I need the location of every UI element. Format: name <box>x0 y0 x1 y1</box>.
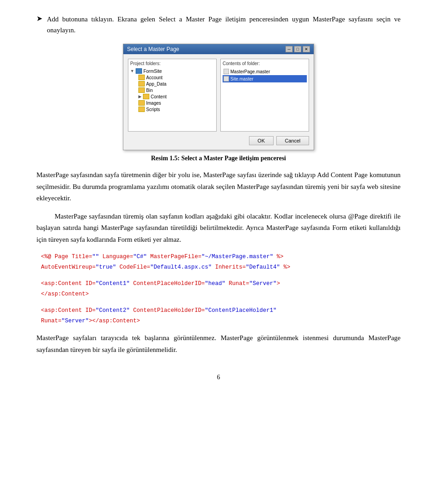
dialog-body: Project folders: ▼ FormSite Account <box>123 54 314 150</box>
code-line: <%@ Page Title="" Language="C#" MasterPa… <box>41 252 401 262</box>
file-item-selected[interactable]: Site.master <box>223 75 307 82</box>
tree-root-item: ▼ FormSite <box>130 68 214 74</box>
tree-item: Images <box>138 100 214 106</box>
folder-label: Scripts <box>146 107 160 112</box>
close-button[interactable]: ✕ <box>303 46 310 52</box>
folder-icon <box>138 75 145 80</box>
maximize-button[interactable]: □ <box>294 46 301 52</box>
dialog-button-group: OK Cancel <box>128 136 309 145</box>
expand-icon: ▼ <box>130 69 134 73</box>
tree-children: Account App_Data Bin ▶ <box>138 74 214 112</box>
minimize-button[interactable]: ─ <box>285 46 293 52</box>
tree-item: Bin <box>138 87 214 93</box>
contents-label: Contents of folder: <box>223 61 307 66</box>
page-number: 6 <box>36 374 401 381</box>
bullet-arrow: ➤ <box>36 14 42 23</box>
dialog-panels: Project folders: ▼ FormSite Account <box>128 59 309 132</box>
folder-label: Content <box>151 94 167 99</box>
code-block-1: <%@ Page Title="" Language="C#" MasterPa… <box>36 252 401 272</box>
code-line: </asp:Content> <box>41 289 401 300</box>
code-line: Runat="Server"></asp:Content> <box>41 316 401 326</box>
folder-label: Bin <box>146 88 152 93</box>
intro-text: Add butonuna tıklayın. Ekrana gelen Sele… <box>47 14 401 36</box>
expand-icon: ▶ <box>138 94 142 99</box>
project-folders-panel: Project folders: ▼ FormSite Account <box>128 59 217 132</box>
titlebar-controls: ─ □ ✕ <box>285 46 310 52</box>
code-line: <asp:Content ID="Content1" ContentPlaceH… <box>41 279 401 289</box>
dialog-titlebar: Select a Master Page ─ □ ✕ <box>123 44 314 54</box>
dialog-window: Select a Master Page ─ □ ✕ Project folde… <box>123 44 314 150</box>
intro-section: ➤ Add butonuna tıklayın. Ekrana gelen Se… <box>36 14 401 36</box>
file-icon <box>224 76 229 81</box>
folder-label: Account <box>146 75 163 80</box>
paragraph-2: MasterPage sayfasından türemiş olan sayf… <box>36 211 401 246</box>
code-block-2: <asp:Content ID="Content1" ContentPlaceH… <box>36 279 401 299</box>
figure-caption-text: Resim 1.5: Select a Master Page iletişim… <box>151 155 286 162</box>
tree-item: Account <box>138 74 214 81</box>
code-line: AutoEventWireup="true" CodeFile="Default… <box>41 262 401 273</box>
file-icon <box>224 69 229 74</box>
folder-icon <box>138 100 145 106</box>
folder-icon <box>138 81 145 87</box>
file-name: MasterPage.master <box>230 69 270 74</box>
folder-label: App_Data <box>146 81 166 87</box>
dialog-title: Select a Master Page <box>127 46 179 52</box>
project-folders-label: Project folders: <box>130 61 214 66</box>
tree-item: Scripts <box>138 106 214 112</box>
figure-caption: Resim 1.5: Select a Master Page iletişim… <box>36 155 401 162</box>
code-block-3: <asp:Content ID="Content2" ContentPlaceH… <box>36 305 401 326</box>
file-item[interactable]: MasterPage.master <box>223 68 307 75</box>
root-folder-icon <box>136 68 142 74</box>
tree-item: App_Data <box>138 81 214 87</box>
root-folder-label: FormSite <box>143 69 162 74</box>
folder-label: Images <box>146 101 161 106</box>
ok-button[interactable]: OK <box>249 136 274 145</box>
contents-panel: Contents of folder: MasterPage.master Si… <box>220 59 309 132</box>
paragraph-1: MasterPage sayfasından sayfa türetmenin … <box>36 169 401 204</box>
folder-icon <box>138 107 145 112</box>
file-name: Site.master <box>230 76 254 81</box>
cancel-button[interactable]: Cancel <box>276 136 309 145</box>
dialog-screenshot: Select a Master Page ─ □ ✕ Project folde… <box>36 44 401 150</box>
tree-item: ▶ Content <box>138 93 214 100</box>
folder-icon <box>143 94 149 99</box>
folder-icon <box>138 87 145 93</box>
paragraph-3: MasterPage sayfaları tarayıcıda tek başl… <box>36 332 401 356</box>
code-line: <asp:Content ID="Content2" ContentPlaceH… <box>41 305 401 316</box>
